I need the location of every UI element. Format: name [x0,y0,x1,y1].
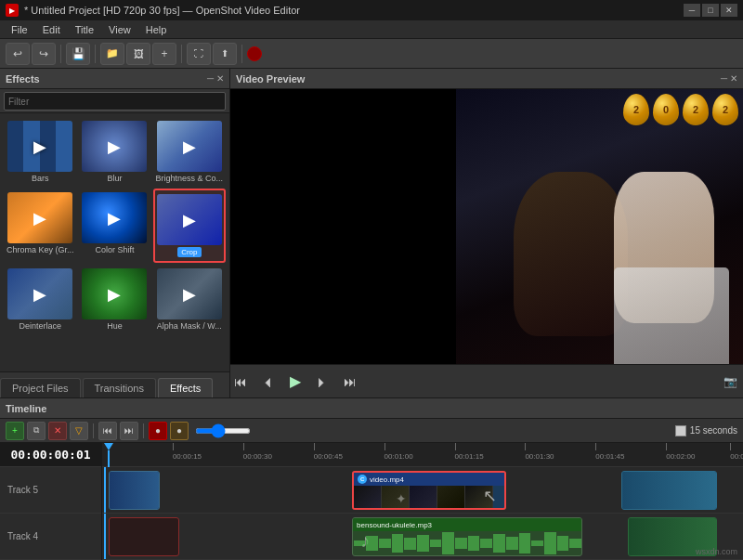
toolbar: ↩ ↪ 💾 📁 🖼 + ⛶ ⬆ [0,39,743,69]
track5-clip-right[interactable] [621,471,718,510]
effect-bars-thumb [7,121,72,172]
ruler-label: 00:00:15 [173,452,202,461]
menu-edit[interactable]: Edit [35,22,68,37]
timeline-ruler[interactable]: 00:00:15 00:00:30 00:00:45 00:01:00 [102,443,743,467]
effect-bars[interactable]: Bars [4,117,76,187]
toolbar-redo[interactable]: ↪ [32,43,56,65]
effects-controls: ─ ✕ [207,73,224,84]
audio-clip-header: bensound-ukulele.mp3 [353,518,581,531]
clothing [614,267,729,364]
timeline-area: Timeline + ⧉ ✕ ▽ ⏮ ⏭ ● ● 15 seconds 00:0… [0,397,743,560]
effect-blur[interactable]: Blur [78,117,150,187]
effect-blur-thumb [82,121,147,172]
tl-marker-orange[interactable]: ● [170,422,189,440]
ruler-tick [595,443,596,450]
balloon-3: 2 [683,94,709,125]
effect-chromakey-label: Chroma Key (Gr... [7,245,74,254]
toolbar-add-track[interactable]: + [152,43,176,65]
effect-brightness[interactable]: Brightness & Co... [153,117,226,187]
ruler-mark-0215: 00:02:15 [730,443,743,461]
skip-end-button[interactable]: ⏭ [340,372,360,391]
effect-crop[interactable]: Crop [153,189,226,263]
tl-next-marker[interactable]: ⏭ [120,422,138,440]
video-scene: 2 0 2 2 [456,89,743,364]
preview-panel: Video Preview ─ ✕ [230,69,743,397]
video-clip[interactable]: C video.mp4 ✦ [352,471,506,510]
timeline-toolbar: + ⧉ ✕ ▽ ⏮ ⏭ ● ● 15 seconds [0,419,743,443]
effect-deinterlace[interactable]: Deinterlace [4,265,76,334]
menu-title[interactable]: Title [68,22,101,37]
audio-clip-body: ♪ [353,531,581,555]
toolbar-sep-2 [95,45,96,63]
effects-header: Effects ─ ✕ [0,69,229,89]
effects-close[interactable]: ✕ [216,73,224,84]
close-button[interactable]: ✕ [721,4,737,17]
tab-effects[interactable]: Effects [158,378,213,397]
tl-snap[interactable]: ⧉ [27,422,46,440]
title-bar-left: ▶ * Untitled Project [HD 720p 30 fps] — … [6,4,300,17]
toolbar-export[interactable]: ⬆ [213,43,237,65]
tl-marker-red[interactable]: ● [149,422,167,440]
filter-input[interactable] [4,92,226,111]
effect-alphamask[interactable]: Alpha Mask / W... [153,265,226,334]
toolbar-save[interactable]: 💾 [66,43,90,65]
tl-add-track[interactable]: + [6,422,24,440]
timeline-right[interactable]: 00:00:15 00:00:30 00:00:45 00:01:00 [102,443,743,560]
seconds-text: 15 seconds [690,425,737,436]
effect-hue[interactable]: Hue [78,265,150,334]
ruler-mark-0130: 00:01:30 [525,443,554,461]
effect-chromakey[interactable]: Chroma Key (Gr... [4,189,76,263]
effect-brightness-thumb [157,121,222,172]
effect-hue-thumb [82,268,147,319]
timeline-title: Timeline [6,403,46,414]
zoom-slider[interactable] [195,428,251,434]
toolbar-undo[interactable]: ↩ [6,43,30,65]
maximize-button[interactable]: □ [702,4,719,17]
tl-remove[interactable]: ✕ [48,422,67,440]
audio-filename: bensound-ukulele.mp3 [357,521,432,529]
audio-clip[interactable]: bensound-ukulele.mp3 ♪ [352,517,582,556]
clip-filename: video.mp4 [370,475,404,484]
clip-type-icon: C [358,475,367,484]
track5-clip-left[interactable] [109,471,160,510]
play-button[interactable]: ▶ [286,371,305,392]
track-4-label: Track 4 [0,514,101,560]
toolbar-import-files[interactable]: 📁 [100,43,124,65]
timeline-left: 00:00:00:01 Track 5 Track 4 [0,443,102,560]
next-frame-button[interactable]: ⏵ [312,372,332,391]
tl-jump-start[interactable]: ▽ [70,422,88,440]
preview-close[interactable]: ✕ [730,73,737,84]
skip-start-button[interactable]: ⏮ [230,372,251,391]
menu-view[interactable]: View [101,22,138,37]
clip-header: C video.mp4 [354,473,504,486]
preview-minimize[interactable]: ─ [721,73,727,84]
preview-title: Video Preview [236,73,305,85]
tl-prev-marker[interactable]: ⏮ [98,422,117,440]
preview-header: Video Preview ─ ✕ [230,69,743,89]
seconds-checkbox[interactable] [675,425,686,436]
track4-clip-right[interactable] [628,517,718,556]
tab-transitions[interactable]: Transitions [83,378,156,397]
effects-minimize[interactable]: ─ [207,73,214,84]
toolbar-sep-3 [181,45,182,63]
frame-2: ✦ [382,486,410,508]
prev-frame-button[interactable]: ⏴ [258,372,279,391]
menu-file[interactable]: File [4,22,35,37]
clip-body [629,518,717,555]
minimize-button[interactable]: ─ [684,4,700,17]
ruler-mark-0115: 00:01:15 [455,443,484,461]
menu-help[interactable]: Help [138,22,175,37]
effect-colorshift-thumb [82,192,147,243]
tl-sep-2 [143,423,144,438]
tab-project-files[interactable]: Project Files [0,378,81,397]
camera-icon[interactable]: 📷 [723,375,737,388]
track4-clip-left[interactable] [109,517,179,556]
ruler-playhead [104,443,113,467]
effect-colorshift[interactable]: Color Shift [78,189,150,263]
toolbar-fullscreen[interactable]: ⛶ [187,43,211,65]
title-bar-controls: ─ □ ✕ [684,4,737,17]
toolbar-record[interactable] [247,46,262,61]
effects-grid: Bars Blur Brightness & Co... Chroma Key … [0,113,229,371]
toolbar-import-image[interactable]: 🖼 [126,43,150,65]
effects-title: Effects [6,73,40,85]
